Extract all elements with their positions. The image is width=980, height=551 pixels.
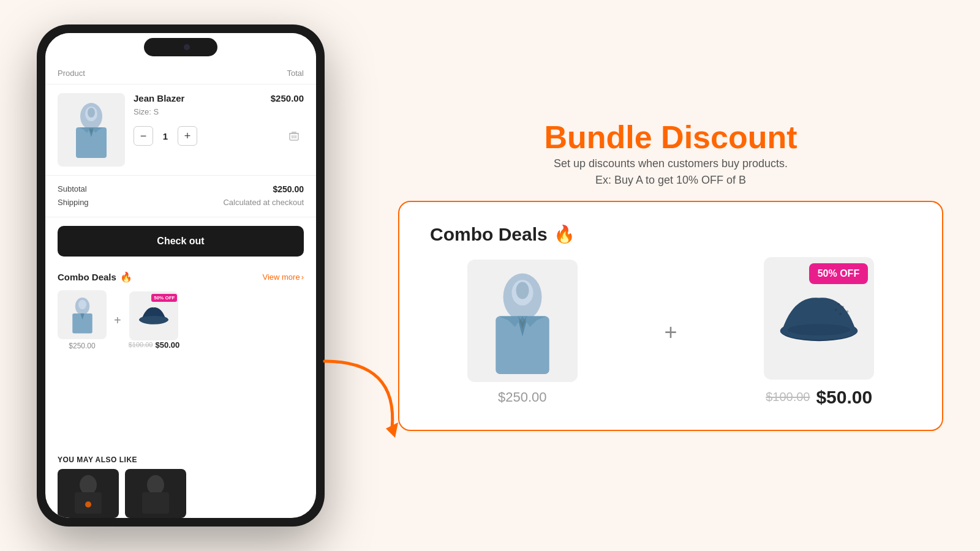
svg-point-19 [80,475,97,495]
heading-area: Bundle Discount Set up discounts when cu… [398,120,943,188]
combo-product-1-image [58,290,107,339]
blazer-small-svg [66,295,99,335]
phone-frame: Product Total [37,24,325,527]
bundle-discount-heading: Bundle Discount [398,120,943,155]
cart-item-size: Size: S [134,107,304,116]
combo-card-fire-icon: 🔥 [554,224,575,244]
cart-item-name-row: Jean Blazer $250.00 [134,93,304,103]
svg-point-38 [842,305,844,308]
combo-card-hat-svg [779,288,859,349]
combo-card-product-1: $250.00 [467,260,578,405]
combo-card-plus-separator: + [664,320,677,345]
combo-header: Combo Deals 🔥 View more › [58,271,304,283]
cart-item-details: Jean Blazer $250.00 Size: S − 1 + [134,93,304,146]
svg-point-35 [788,324,850,335]
view-more-button[interactable]: View more › [262,272,304,282]
combo-card-product-1-image [467,260,578,382]
combo-card-product-2-price-original: $100.00 [766,390,810,404]
combo-product-2-image: 50% OFF [129,291,178,340]
shipping-row: Shipping Calculated at checkout [58,198,304,207]
quantity-decrease-button[interactable]: − [134,126,153,146]
arrow-decoration [312,349,410,449]
combo-card-blazer-svg [480,267,565,374]
you-may-also-like-title: YOU MAY ALSO LIKE [58,455,304,464]
combo-card-title: Combo Deals [430,224,548,245]
combo-card-product-2-price-row: $100.00 $50.00 [766,387,872,408]
svg-point-21 [85,501,91,508]
delete-item-button[interactable] [284,126,304,146]
svg-point-37 [840,312,842,315]
svg-point-40 [838,303,840,305]
cart-item-name: Jean Blazer [134,93,184,103]
cart-header: Product Total [45,64,316,84]
quantity-increase-button[interactable]: + [178,126,197,146]
shipping-label: Shipping [58,198,89,207]
blazer-image-svg [67,99,116,160]
svg-point-22 [147,475,164,495]
curved-arrow-svg [312,349,410,447]
combo-title: Combo Deals [58,272,116,282]
svg-point-18 [140,316,169,324]
shipping-value: Calculated at checkout [223,198,304,207]
subtotal-row: Subtotal $250.00 [58,184,304,194]
combo-section: Combo Deals 🔥 View more › [45,265,316,449]
you-may-also-like-items [58,469,304,518]
subtotal-label: Subtotal [58,184,87,194]
cart-item-image [58,93,125,167]
cart-summary: Subtotal $250.00 Shipping Calculated at … [45,176,316,217]
you-may-also-like: YOU MAY ALSO LIKE [45,449,316,518]
combo-products: $250.00 + 50% OFF [58,290,304,350]
like-item-1-svg [70,474,107,514]
like-item-2 [125,469,186,518]
subtotal-value: $250.00 [273,184,304,194]
combo-card: Combo Deals 🔥 [398,201,943,431]
quantity-value: 1 [153,131,178,141]
phone-camera [184,44,190,50]
combo-product-2: 50% OFF $100.00 $50.00 [129,291,180,350]
combo-title-row: Combo Deals 🔥 [58,271,132,283]
combo-product-2-price-original: $100.00 [129,341,153,348]
combo-product-1: $250.00 [58,290,107,350]
combo-product-2-price-new: $50.00 [155,340,179,350]
combo-card-title-row: Combo Deals 🔥 [430,224,911,245]
combo-card-product-1-price: $250.00 [498,389,547,405]
chevron-right-icon: › [301,272,304,282]
svg-point-16 [78,299,86,309]
svg-point-6 [88,108,95,118]
bundle-subtitle-line1: Set up discounts when customers buy prod… [398,156,943,172]
checkout-button[interactable]: Check out [58,226,304,257]
main-container: Product Total [0,0,980,551]
plus-separator: + [114,313,121,328]
hat-small-svg [138,304,169,328]
combo-card-products: $250.00 + 50% OFF [430,257,911,408]
fire-icon: 🔥 [120,271,132,283]
combo-card-product-2: 50% OFF [764,257,874,408]
view-more-label: View more [262,272,300,282]
combo-card-product-2-image: 50% OFF [764,257,874,380]
combo-card-product-2-price-new: $50.00 [816,387,872,408]
like-item-2-svg [137,474,174,514]
cart-item-price: $250.00 [271,93,304,103]
trash-icon [288,130,300,141]
svg-point-31 [516,282,529,299]
quantity-row: − 1 + [134,126,304,146]
like-item-1 [58,469,119,518]
bundle-subtitle-line2: Ex: Buy A to get 10% OFF of B [398,172,943,189]
phone-notch [144,38,217,56]
svg-point-36 [835,309,837,311]
svg-point-39 [846,310,849,313]
combo-product-1-price: $250.00 [69,342,95,350]
phone-screen: Product Total [45,33,316,518]
cart-item: Jean Blazer $250.00 Size: S − 1 + [45,84,316,176]
discount-badge-large: 50% OFF [809,263,868,284]
right-panel: Bundle Discount Set up discounts when cu… [398,120,943,430]
cart-header-total: Total [287,69,304,78]
svg-rect-23 [142,492,169,514]
discount-badge-small: 50% OFF [151,294,177,302]
cart-header-product: Product [58,69,85,78]
phone-mockup: Product Total [37,24,325,527]
